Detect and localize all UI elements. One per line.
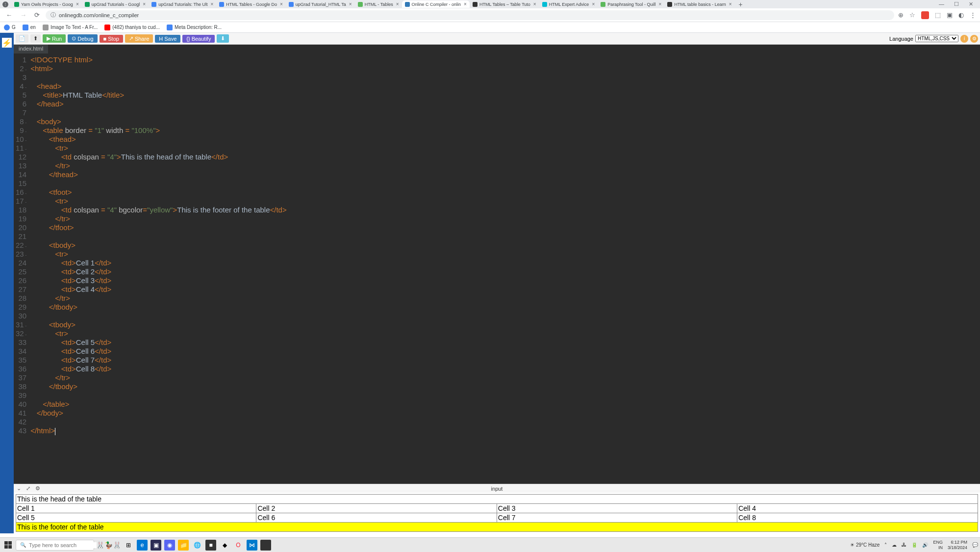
tab-close-icon[interactable]: × [280,1,283,7]
table-row: Cell 5Cell 6Cell 7Cell 8 [16,513,978,523]
tab-close-icon[interactable]: × [592,1,595,7]
battery-icon[interactable]: 🔋 [911,542,917,548]
bookmark-item[interactable]: en [23,25,36,30]
browser-tab[interactable]: Yarn Owls Projects - Goog× [11,0,82,8]
taskbar-search[interactable]: 🔍 [16,540,94,551]
edge-icon[interactable]: e [137,540,148,551]
stop-button[interactable]: ■ Stop [100,35,123,43]
browser-tab[interactable]: HTML table basics - Learn× [664,0,734,8]
lightning-icon[interactable]: ⚡ [2,38,12,48]
bookmark-item[interactable]: Image To Text - A Fr... [43,25,98,30]
taskbar-decoration: 🐰🦆🐰 [96,541,121,549]
tab-close-icon[interactable]: × [464,1,467,7]
language-label: Language [889,36,913,42]
bookmark-item[interactable]: Meta Description: R... [167,25,222,30]
task-view-button[interactable]: ⊞ [123,540,134,551]
clock[interactable]: 6:12 PM3/18/2024 [948,540,967,551]
tab-close-icon[interactable]: × [659,1,662,7]
windows-logo-icon [4,541,12,549]
extensions-puzzle-icon[interactable]: ⬚ [935,11,941,19]
browser-tab[interactable]: HTML - Tables× [355,0,402,8]
debug-button[interactable]: ⊙ Debug [68,34,97,43]
browser-tab[interactable]: HTML Expert Advice× [539,0,598,8]
bookmark-google[interactable]: G [4,25,16,30]
bookmarks-bar: G enImage To Text - A Fr...(482) thaniya… [0,22,980,33]
url-text: onlinegdb.com/online_c_compiler [59,12,139,18]
discord-icon[interactable]: ◉ [164,540,175,551]
expand-output-button[interactable]: ⤢ [26,485,30,492]
search-input[interactable] [29,542,97,548]
app-icon-3[interactable]: ◆ [219,540,230,551]
browser-tab[interactable]: HTML Tables - Google Do× [216,0,285,8]
url-input[interactable]: ⓘ onlinegdb.com/online_c_compiler [46,10,894,20]
back-button[interactable]: ← [4,11,14,19]
browser-tab[interactable]: Paraphrasing Tool - Quill× [598,0,664,8]
tray-chevron-icon[interactable]: ˄ [884,542,887,548]
settings-button[interactable]: ⚙ [970,35,978,43]
address-bar: ← → ⟳ ⓘ onlinegdb.com/online_c_compiler … [0,8,980,22]
volume-icon[interactable]: 🔊 [922,542,928,548]
browser-tab[interactable]: upGrad Tutorials - Googl× [82,0,149,8]
browser-tabs: ⋮ Yarn Owls Projects - Goog×upGrad Tutor… [0,0,980,8]
browser-tab[interactable]: upGrad Tutorials: The Ult× [149,0,216,8]
run-button[interactable]: ▶ Run [43,34,66,43]
profile-icon[interactable]: ◐ [958,11,964,19]
chrome-taskbar-icon[interactable]: 🌐 [192,540,202,551]
browser-tab[interactable]: HTML Tables – Table Tuto× [470,0,539,8]
side-rail: ⚡ [0,33,14,533]
chrome-menu-icon[interactable]: ⋮ [2,1,8,7]
vscode-icon[interactable]: ⋈ [247,540,257,551]
tab-close-icon[interactable]: × [76,1,79,7]
ide-toolbar: 📄 ⬆ ▶ Run ⊙ Debug ■ Stop ↗ Share H Save … [14,33,980,45]
table-row: Cell 1Cell 2Cell 3Cell 4 [16,504,978,513]
new-tab-button[interactable]: + [736,0,746,8]
language-indicator[interactable]: ENGIN [933,540,943,551]
tab-close-icon[interactable]: × [729,1,732,7]
file-tab-index[interactable]: index.html [14,45,48,53]
info-button[interactable]: i [960,35,968,43]
opera-icon[interactable]: O [233,540,244,551]
language-select[interactable]: HTML,JS,CSS [915,35,958,42]
maximize-button[interactable]: ☐ [954,1,959,7]
extension-icon[interactable] [921,11,929,19]
side-panel-icon[interactable]: ▣ [947,11,953,19]
explorer-icon[interactable]: 📁 [178,540,189,551]
app-icon-1[interactable]: ▣ [151,540,161,551]
chrome-menu-button[interactable]: ⋮ [970,11,976,19]
network-icon[interactable]: 🖧 [902,542,906,548]
bookmark-star-icon[interactable]: ☆ [909,11,915,19]
minimize-button[interactable]: — [939,1,944,7]
collapse-output-button[interactable]: ⌄ [17,485,21,492]
reload-button[interactable]: ⟳ [32,11,42,19]
output-panel: This is the head of the table Cell 1Cell… [14,493,980,533]
tab-close-icon[interactable]: × [533,1,536,7]
tab-close-icon[interactable]: × [349,1,352,7]
output-settings-button[interactable]: ⚙ [35,485,40,492]
forward-button[interactable]: → [18,11,28,19]
download-button[interactable]: ⬇ [217,34,229,43]
tab-close-icon[interactable]: × [396,1,399,7]
app-icon-4[interactable] [260,540,271,551]
beautify-button[interactable]: {} Beautify [182,35,215,43]
notifications-icon[interactable]: 💬 [972,542,978,548]
tab-close-icon[interactable]: × [211,1,214,7]
app-icon-2[interactable]: ■ [205,540,216,551]
save-button[interactable]: H Save [155,35,180,43]
site-info-icon[interactable]: ⓘ [50,11,56,19]
upload-button[interactable]: ⬆ [30,34,41,43]
tab-close-icon[interactable]: × [143,1,146,7]
file-tabs: index.html [14,45,980,53]
share-button[interactable]: ↗ Share [125,34,153,43]
code-editor[interactable]: 1234567891011121314151617181920212223242… [14,53,980,484]
bookmark-item[interactable]: (482) thaniya to cud... [104,25,160,30]
browser-tab[interactable]: upGrad Tutorial_HTML Ta× [286,0,355,8]
onedrive-icon[interactable]: ☁ [892,542,897,548]
browser-tab[interactable]: Online C Compiler - onlin× [402,0,470,8]
close-window-button[interactable]: ✕ [969,1,973,7]
start-button[interactable] [2,539,14,551]
zoom-icon[interactable]: ⊕ [898,11,904,19]
output-head: This is the head of the table [16,495,978,504]
output-toolbar: ⌄ ⤢ ⚙ input [14,484,980,493]
new-file-button[interactable]: 📄 [16,34,28,43]
weather-widget[interactable]: ☀ 29°C Haze [850,542,879,548]
